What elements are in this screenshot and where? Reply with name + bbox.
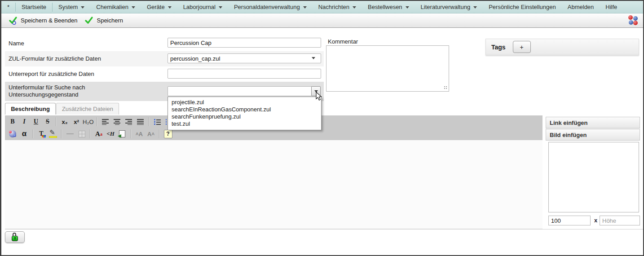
font-color-button[interactable]: T bbox=[36, 129, 47, 139]
divider bbox=[32, 129, 33, 138]
justify-icon bbox=[137, 119, 144, 125]
insert-image-header[interactable]: Bild einfügen bbox=[546, 129, 640, 141]
combo-open-button[interactable] bbox=[311, 86, 321, 96]
help-button[interactable]: ? bbox=[163, 129, 173, 139]
image-drop-area[interactable] bbox=[548, 142, 639, 212]
nav-item-nachrichten[interactable]: Nachrichten bbox=[313, 1, 362, 13]
nav-item-literaturverwaltung[interactable]: Literaturverwaltung bbox=[415, 1, 483, 13]
chemical-formula-button[interactable]: H₂O bbox=[83, 117, 94, 127]
page-icon bbox=[119, 130, 125, 137]
save-button[interactable]: Speichern bbox=[84, 16, 123, 25]
align-right-icon bbox=[125, 119, 132, 125]
highlighter-icon: ✎ bbox=[49, 130, 57, 138]
divider bbox=[149, 117, 150, 126]
color-grid-icon bbox=[42, 135, 46, 138]
insert-page-button[interactable] bbox=[117, 129, 128, 139]
html-source-button[interactable]: <H bbox=[105, 129, 116, 139]
lock-button[interactable] bbox=[5, 231, 25, 243]
form-row-name: Name bbox=[5, 36, 324, 51]
check-icon bbox=[84, 16, 93, 25]
align-right-button[interactable] bbox=[124, 117, 134, 127]
dropdown-option[interactable]: test.zul bbox=[168, 120, 321, 128]
nav-item-asterisk[interactable]: * bbox=[1, 1, 15, 13]
combo-arrow-icon bbox=[314, 90, 318, 93]
molecule-icon[interactable] bbox=[628, 15, 638, 25]
insert-structure-button[interactable] bbox=[7, 129, 18, 139]
font-size-button[interactable]: Aa bbox=[93, 129, 104, 139]
nav-item-bestellwesen[interactable]: Bestellwesen bbox=[362, 1, 415, 13]
italic-button[interactable]: I bbox=[19, 117, 30, 127]
nav-item-system[interactable]: System bbox=[53, 1, 90, 13]
zul-combobox[interactable] bbox=[168, 53, 321, 63]
divider bbox=[130, 129, 131, 138]
save-and-exit-button[interactable]: Speichern & Beenden bbox=[9, 16, 77, 25]
dropdown-option[interactable]: projectile.zul bbox=[168, 99, 321, 106]
align-left-icon bbox=[102, 119, 109, 125]
dropdown-option[interactable]: searchFunkenpruefung.zul bbox=[168, 113, 321, 120]
highlight-button[interactable]: ✎ bbox=[48, 129, 58, 139]
chevron-down-icon bbox=[353, 6, 356, 9]
image-width-input[interactable] bbox=[548, 216, 591, 225]
subscript-button[interactable]: x₂ bbox=[59, 117, 70, 127]
strikethrough-button[interactable]: S bbox=[42, 117, 53, 127]
tab-beschreibung[interactable]: Beschreibung bbox=[5, 103, 56, 115]
horizontal-rule-icon bbox=[66, 133, 74, 134]
zul-label: ZUL-Formular für zusätzliche Daten bbox=[9, 55, 101, 62]
image-height-input[interactable] bbox=[600, 216, 640, 225]
chevron-down-icon bbox=[473, 6, 477, 9]
align-center-button[interactable] bbox=[112, 117, 123, 127]
divider bbox=[97, 117, 97, 126]
main-menu-bar: * Startseite System Chemikalien Geräte L… bbox=[1, 1, 643, 13]
nav-item-personaldatenverwaltung[interactable]: Personaldatenverwaltung bbox=[228, 1, 313, 13]
special-characters-button[interactable]: α bbox=[19, 129, 30, 139]
richtext-content-area[interactable] bbox=[5, 140, 543, 229]
chevron-down-icon bbox=[219, 6, 222, 9]
name-label: Name bbox=[9, 40, 24, 47]
dimension-times-label: x bbox=[594, 217, 597, 224]
insert-link-header[interactable]: Link einfügen bbox=[546, 117, 640, 128]
comment-textarea[interactable] bbox=[326, 45, 449, 92]
chevron-down-icon bbox=[81, 6, 84, 9]
divider bbox=[643, 27, 644, 256]
nav-item-hilfe[interactable]: Hilfe bbox=[600, 1, 623, 13]
subform-combobox[interactable] bbox=[168, 86, 312, 96]
nav-item-geraete[interactable]: Geräte bbox=[141, 1, 177, 13]
decrease-font-button: AA bbox=[134, 129, 145, 139]
structure-sphere-icon bbox=[9, 130, 16, 137]
application-window: * Startseite System Chemikalien Geräte L… bbox=[0, 0, 644, 256]
divider bbox=[5, 229, 643, 230]
chevron-down-icon bbox=[132, 6, 135, 9]
align-left-button[interactable] bbox=[100, 117, 111, 127]
nav-item-abmelden[interactable]: Abmelden bbox=[562, 1, 600, 13]
chevron-down-icon bbox=[168, 6, 172, 9]
add-tag-button[interactable]: + bbox=[513, 41, 531, 53]
bold-button[interactable]: B bbox=[7, 117, 18, 127]
nav-item-startseite[interactable]: Startseite bbox=[16, 1, 52, 13]
align-center-icon bbox=[114, 119, 121, 125]
chevron-down-icon bbox=[303, 6, 307, 9]
horizontal-rule-button bbox=[65, 129, 75, 139]
bullet-list-button[interactable] bbox=[152, 117, 163, 127]
divider bbox=[56, 117, 57, 126]
tags-panel: Tags + bbox=[485, 39, 639, 55]
nav-item-laborjournal[interactable]: Laborjournal bbox=[177, 1, 228, 13]
nav-item-persoenliche-einstellungen[interactable]: Persönliche Einstellungen bbox=[483, 1, 562, 13]
superscript-button[interactable]: x² bbox=[71, 117, 82, 127]
padlock-icon bbox=[12, 233, 18, 241]
subreport-label: Unterreport für zusätzliche Daten bbox=[9, 71, 94, 77]
combo-arrow-icon[interactable] bbox=[312, 57, 315, 59]
subreport-input[interactable] bbox=[168, 69, 321, 79]
increase-font-button: AA bbox=[146, 129, 156, 139]
name-input[interactable] bbox=[168, 38, 321, 48]
action-toolbar: Speichern & Beenden Speichern bbox=[1, 13, 643, 28]
chevron-down-icon bbox=[406, 6, 409, 9]
divider bbox=[61, 129, 62, 138]
subform-dropdown-list: projectile.zul searchEInReactionGasCompo… bbox=[168, 97, 322, 130]
tab-zusaetzliche-dateien[interactable]: Zusätzliche Dateien bbox=[56, 103, 119, 115]
justify-button[interactable] bbox=[135, 117, 146, 127]
underline-button[interactable]: U bbox=[31, 117, 41, 127]
nav-item-chemikalien[interactable]: Chemikalien bbox=[90, 1, 141, 13]
dropdown-option[interactable]: searchEInReactionGasComponent.zul bbox=[168, 106, 321, 113]
tags-label: Tags bbox=[491, 44, 506, 51]
form-row-zul: ZUL-Formular für zusätzliche Daten bbox=[5, 51, 324, 66]
